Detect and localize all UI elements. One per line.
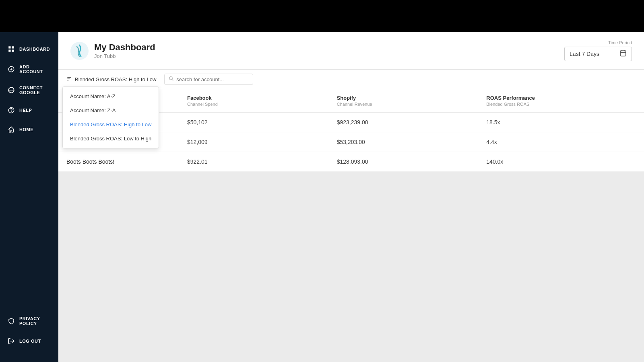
sort-icon xyxy=(66,76,72,83)
sidebar-item-privacy-policy-label: PRIVACY POLICY xyxy=(19,316,51,326)
search-input[interactable] xyxy=(176,76,249,82)
question-circle-icon xyxy=(7,106,15,114)
home-icon xyxy=(7,125,15,134)
svg-rect-3 xyxy=(12,50,14,52)
shopify-revenue: $923,239.00 xyxy=(337,119,487,125)
sidebar-item-add-account-label: ADD ACCOUNT xyxy=(19,64,51,74)
svg-rect-12 xyxy=(620,51,626,56)
svg-rect-0 xyxy=(8,46,10,48)
app-title: My Dashboard xyxy=(94,42,155,53)
sidebar-item-help-label: HELP xyxy=(19,108,32,113)
time-period-value: Last 7 Days xyxy=(570,51,599,57)
time-period-label: Time Period xyxy=(608,40,632,45)
facebook-spend: $50,102 xyxy=(187,119,337,125)
time-period-block: Time Period Last 7 Days xyxy=(564,40,632,61)
grid-icon xyxy=(7,45,15,53)
sidebar: DASHBOARD ADD ACCOUNT CONNECT GOOGLE xyxy=(0,32,58,362)
sign-out-icon xyxy=(7,337,15,345)
sidebar-item-connect-google[interactable]: CONNECT GOOGLE xyxy=(0,80,58,100)
shopify-revenue: $128,093.00 xyxy=(337,158,487,165)
sidebar-item-add-account[interactable]: ADD ACCOUNT xyxy=(0,60,58,79)
sort-button[interactable]: Blended Gross ROAS: High to Low xyxy=(66,76,156,83)
toolbar: Blended Gross ROAS: High to Low Account … xyxy=(58,70,644,89)
sort-option-name-az[interactable]: Account Name: A-Z xyxy=(63,89,159,103)
sort-option-name-za[interactable]: Account Name: Z-A xyxy=(63,103,159,117)
facebook-spend: $12,009 xyxy=(187,139,337,145)
shield-icon xyxy=(7,317,15,325)
content-area xyxy=(58,172,644,362)
main-content: My Dashboard Jon Tubb Time Period Last 7… xyxy=(58,32,644,362)
roas-value: 140.0x xyxy=(486,158,636,165)
sidebar-item-connect-google-label: CONNECT GOOGLE xyxy=(19,85,51,95)
sidebar-item-home[interactable]: HOME xyxy=(0,121,58,138)
header-title-block: My Dashboard Jon Tubb xyxy=(94,42,155,59)
sort-option-roas-low-high[interactable]: Blended Gross ROAS: Low to High xyxy=(63,132,159,146)
app-logo xyxy=(70,42,89,60)
search-container xyxy=(164,74,253,85)
table-header-roas: ROAS Performance Blended Gross ROAS xyxy=(486,95,636,107)
time-period-selector[interactable]: Last 7 Days xyxy=(564,47,632,61)
table-header-facebook: Facebook Channel Spend xyxy=(187,95,337,107)
header: My Dashboard Jon Tubb Time Period Last 7… xyxy=(58,32,644,70)
sidebar-item-dashboard[interactable]: DASHBOARD xyxy=(0,40,58,58)
svg-rect-2 xyxy=(8,50,10,52)
sort-label: Blended Gross ROAS: High to Low xyxy=(75,76,156,82)
svg-line-20 xyxy=(172,79,173,80)
sidebar-item-log-out[interactable]: LOG OUT xyxy=(0,332,58,350)
sidebar-bottom: PRIVACY POLICY LOG OUT xyxy=(0,311,58,354)
plus-circle-icon xyxy=(7,65,15,73)
sort-option-roas-high-low[interactable]: Blended Gross ROAS: High to Low xyxy=(63,117,159,132)
table-header-shopify: Shopify Channel Revenue xyxy=(337,95,487,107)
sidebar-item-help[interactable]: HELP xyxy=(0,101,58,119)
svg-point-9 xyxy=(11,111,12,112)
calendar-icon xyxy=(619,49,627,58)
sidebar-item-dashboard-label: DASHBOARD xyxy=(19,47,50,51)
sidebar-item-home-label: HOME xyxy=(19,127,33,132)
link-icon xyxy=(7,86,15,94)
account-name: Boots Boots Boots! xyxy=(66,158,187,165)
table-row[interactable]: Boots Boots Boots! $922.01 $128,093.00 1… xyxy=(58,152,644,172)
search-icon xyxy=(169,76,174,82)
roas-value: 18.5x xyxy=(486,119,636,125)
shopify-revenue: $53,203.00 xyxy=(337,139,487,145)
svg-rect-1 xyxy=(12,46,14,48)
roas-value: 4.4x xyxy=(486,139,636,145)
header-left: My Dashboard Jon Tubb xyxy=(70,42,155,60)
facebook-spend: $922.01 xyxy=(187,158,337,165)
sidebar-item-log-out-label: LOG OUT xyxy=(19,339,41,343)
svg-point-19 xyxy=(169,77,173,80)
sidebar-item-privacy-policy[interactable]: PRIVACY POLICY xyxy=(0,311,58,331)
sort-dropdown: Account Name: A-Z Account Name: Z-A Blen… xyxy=(62,86,159,148)
sidebar-nav: DASHBOARD ADD ACCOUNT CONNECT GOOGLE xyxy=(0,40,58,311)
app-subtitle: Jon Tubb xyxy=(94,53,155,59)
